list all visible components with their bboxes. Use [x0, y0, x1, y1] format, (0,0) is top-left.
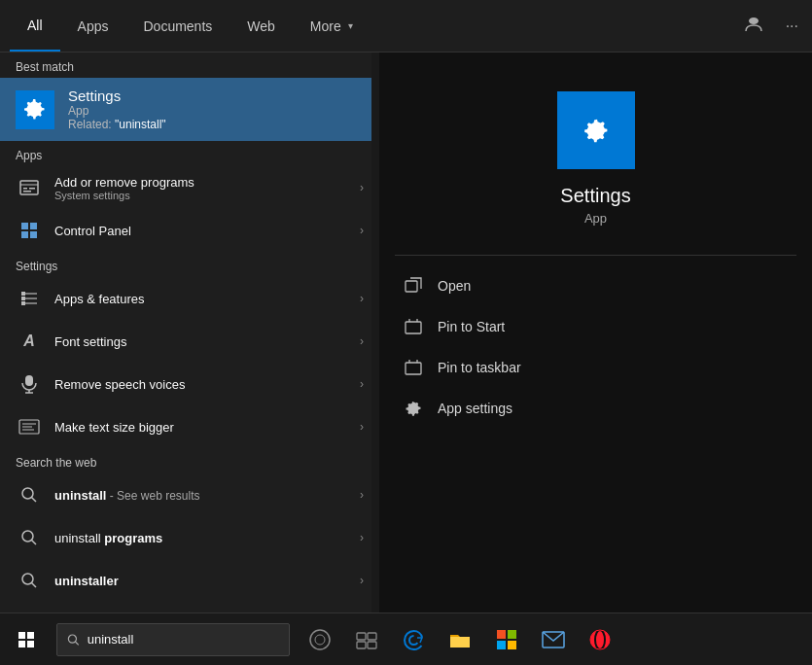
list-item-web-uninstall[interactable]: uninstall - See web results › [0, 473, 379, 516]
tab-bar: All Apps Documents Web More ▾ ··· [0, 0, 812, 52]
svg-rect-43 [27, 641, 34, 648]
web-uninstall-title: uninstall - See web results [54, 488, 348, 503]
taskbar-app-icons [298, 613, 622, 666]
control-panel-icon [16, 217, 43, 244]
open-icon [403, 275, 424, 297]
apps-features-title: Apps & features [54, 292, 348, 306]
svg-line-45 [76, 642, 79, 645]
search-input[interactable] [88, 632, 279, 647]
list-item-text-size[interactable]: Make text size bigger › [0, 405, 379, 448]
svg-rect-50 [357, 642, 366, 648]
svg-rect-41 [27, 632, 34, 639]
divider [395, 255, 796, 256]
list-item-web-uninstall-edge[interactable]: uninstall microsoft edge › [0, 602, 379, 612]
list-item-control-panel[interactable]: Control Panel › [0, 209, 379, 252]
arrow-icon: › [360, 377, 364, 391]
svg-rect-40 [18, 632, 25, 639]
list-item-text: Add or remove programs System settings [54, 175, 348, 201]
cortana-icon[interactable] [298, 613, 342, 666]
svg-rect-9 [30, 231, 37, 238]
svg-point-25 [22, 531, 33, 542]
svg-rect-33 [406, 322, 421, 333]
arrow-icon: › [360, 420, 364, 434]
svg-point-44 [68, 635, 76, 643]
search-web-label: Search the web [0, 448, 379, 473]
list-item-add-remove[interactable]: Add or remove programs System settings › [0, 166, 379, 209]
font-icon: A [16, 328, 43, 355]
app-settings-icon [403, 398, 424, 419]
svg-rect-55 [508, 641, 516, 649]
control-panel-title: Control Panel [54, 224, 348, 238]
settings-app-icon [16, 90, 54, 129]
action-pin-start-label: Pin to Start [438, 319, 505, 334]
control-panel-text: Control Panel [54, 224, 348, 238]
pin-taskbar-icon [403, 357, 424, 378]
svg-point-27 [22, 574, 33, 584]
app-preview-title: Settings [560, 185, 630, 207]
pin-start-icon [403, 316, 424, 337]
svg-rect-6 [21, 223, 28, 229]
start-button[interactable] [0, 613, 53, 666]
svg-point-58 [595, 630, 605, 649]
mail-icon[interactable] [531, 613, 576, 666]
app-preview-type: App [584, 211, 607, 226]
list-item-web-uninstall-programs[interactable]: uninstall programs › [0, 516, 379, 559]
more-options-icon[interactable]: ··· [782, 14, 802, 39]
svg-line-28 [32, 583, 37, 588]
svg-rect-48 [357, 633, 366, 640]
tab-more[interactable]: More ▾ [293, 0, 371, 52]
svg-rect-5 [23, 191, 31, 192]
svg-rect-31 [406, 281, 417, 292]
action-open[interactable]: Open [387, 265, 804, 306]
app-preview-icon [557, 91, 635, 169]
right-panel: Settings App Open [379, 52, 812, 612]
svg-rect-4 [29, 188, 35, 190]
left-panel: Best match Settings App Related: "uninst… [0, 52, 379, 612]
microphone-icon [16, 370, 43, 398]
svg-rect-8 [21, 231, 28, 238]
text-size-icon [16, 413, 43, 440]
svg-rect-13 [21, 292, 25, 296]
tab-all[interactable]: All [10, 0, 60, 52]
task-view-icon[interactable] [344, 613, 389, 666]
speech-voices-title: Remove speech voices [54, 377, 348, 392]
arrow-icon: › [360, 531, 364, 544]
taskbar-search-icon [67, 633, 80, 647]
best-match-related-text: "uninstall" [115, 118, 166, 131]
start-menu: All Apps Documents Web More ▾ ··· [0, 0, 812, 612]
arrow-icon: › [360, 574, 364, 587]
action-pin-start[interactable]: Pin to Start [387, 306, 804, 347]
tab-documents[interactable]: Documents [125, 0, 229, 52]
store-icon[interactable] [484, 613, 529, 666]
taskbar [0, 612, 812, 665]
svg-rect-53 [508, 630, 516, 639]
best-match-text: Settings App Related: "uninstall" [68, 88, 166, 131]
taskbar-search-box[interactable] [56, 623, 290, 656]
add-remove-title: Add or remove programs [54, 175, 348, 190]
file-explorer-icon[interactable] [438, 613, 482, 666]
add-remove-icon [16, 174, 43, 201]
arrow-icon: › [360, 292, 364, 305]
svg-line-24 [32, 498, 37, 503]
list-item-speech-voices[interactable]: Remove speech voices › [0, 363, 379, 405]
tab-apps[interactable]: Apps [60, 0, 126, 52]
svg-rect-14 [21, 297, 25, 300]
edge-icon[interactable] [391, 613, 436, 666]
tab-web[interactable]: Web [229, 0, 293, 52]
action-pin-taskbar[interactable]: Pin to taskbar [387, 347, 804, 388]
best-match-item[interactable]: Settings App Related: "uninstall" [0, 78, 379, 141]
action-app-settings-label: App settings [438, 401, 512, 416]
chevron-down-icon: ▾ [348, 20, 353, 31]
list-item-web-uninstaller[interactable]: uninstaller › [0, 559, 379, 602]
add-remove-sub: System settings [54, 190, 348, 201]
list-item-font-settings[interactable]: A Font settings › [0, 320, 379, 363]
list-item-apps-features[interactable]: Apps & features › [0, 277, 379, 320]
svg-rect-52 [497, 630, 506, 639]
tab-bar-right: ··· [741, 12, 802, 41]
svg-line-26 [32, 541, 37, 545]
user-icon[interactable] [741, 12, 766, 41]
action-app-settings[interactable]: App settings [387, 388, 804, 429]
arrow-icon: › [360, 224, 364, 237]
best-match-sub: App [68, 104, 166, 118]
opera-icon[interactable] [578, 613, 622, 666]
